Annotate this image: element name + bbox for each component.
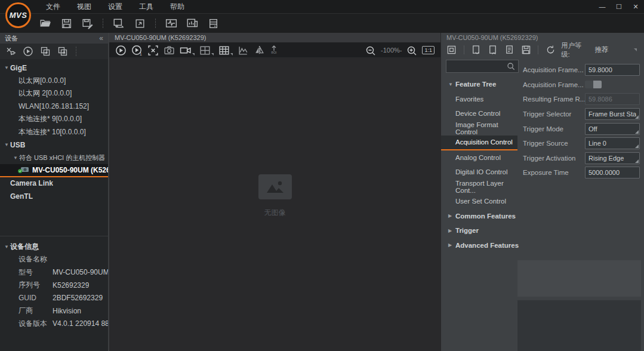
- start-acquisition-button[interactable]: [22, 45, 34, 57]
- tree-item-usb[interactable]: ▼ USB: [0, 138, 108, 152]
- property-label: Trigger Mode: [523, 125, 585, 133]
- user-level-select[interactable]: 推荐: [595, 45, 629, 54]
- export-config-button[interactable]: [487, 44, 499, 56]
- property-trigger-mode: Trigger Mode Off: [523, 121, 640, 136]
- waveform-tool-button[interactable]: [164, 16, 178, 30]
- tree-item-usb-host[interactable]: ▼ 符合 USB xHCI 的主机控制器: [0, 152, 108, 165]
- image-canvas[interactable]: 无图像: [109, 57, 440, 351]
- feature-item-digital-io-control[interactable]: Digital IO Control: [441, 165, 520, 180]
- menu-file[interactable]: 文件: [38, 0, 68, 14]
- roi-button[interactable]: ROI: [270, 44, 278, 56]
- grid-view-button[interactable]: [218, 44, 233, 56]
- tree-item-ethernet2[interactable]: 以太网 2[0.0.0.0]: [0, 87, 108, 100]
- zoom-in-button[interactable]: [406, 44, 417, 56]
- feature-search-input[interactable]: [446, 63, 504, 70]
- caret-right-icon: ▶: [448, 228, 455, 233]
- trigger-selector-select[interactable]: Frame Burst Star: [585, 108, 640, 120]
- device-panel-header: 设备 «: [0, 33, 108, 44]
- info-row-name: 设备名称: [0, 253, 108, 266]
- stop-all-acquisition-button[interactable]: [57, 45, 69, 57]
- mvs-window: MVS 文件 视图 设置 工具 帮助 — ☐ ✕: [0, 0, 644, 351]
- actual-size-button[interactable]: 1:1: [422, 46, 435, 54]
- menu-view[interactable]: 视图: [69, 0, 99, 14]
- feature-item-analog-control[interactable]: Analog Control: [441, 150, 520, 165]
- open-project-button[interactable]: [38, 16, 53, 30]
- trigger-mode-select[interactable]: Off: [585, 123, 640, 135]
- layout-report-button[interactable]: [185, 16, 199, 30]
- feature-tree-root[interactable]: ▼Feature Tree: [441, 77, 520, 92]
- menu-settings[interactable]: 设置: [100, 0, 130, 14]
- window-restore-icon: [134, 18, 146, 29]
- device-transfer-icon: [113, 17, 125, 29]
- main-area: 设备 « ▼ Gi: [0, 33, 644, 351]
- refresh-button[interactable]: [544, 44, 556, 56]
- split-view-button[interactable]: [199, 44, 214, 56]
- feature-panel: MV-CU050-90UM (K52692329): [440, 33, 644, 351]
- tree-item-wlan[interactable]: WLAN[10.26.181.152]: [0, 100, 108, 113]
- tree-label: GenTL: [10, 192, 33, 201]
- preview-tab-title[interactable]: MV-CU050-90UM (K52692329): [115, 34, 206, 41]
- select-corner-icon: [635, 144, 639, 148]
- search-icon: [507, 62, 515, 70]
- info-label: 设备名称: [19, 254, 53, 264]
- device-transfer-button[interactable]: [112, 16, 126, 30]
- save-config-button[interactable]: [520, 44, 532, 56]
- maximize-button[interactable]: ☐: [611, 0, 627, 13]
- info-row-version: 设备版本V4.0.1 220914 8875...: [0, 318, 108, 331]
- feature-group-trigger[interactable]: ▶Trigger: [441, 223, 520, 238]
- tree-item-gentl[interactable]: GenTL: [0, 190, 108, 203]
- zoom-out-button[interactable]: [365, 44, 376, 56]
- trigger-activation-select[interactable]: Rising Edge: [585, 152, 640, 164]
- save-as-button[interactable]: [80, 16, 94, 30]
- disconnect-device-button[interactable]: [5, 45, 17, 57]
- resulting-frame-rate-input: [585, 93, 640, 105]
- minimize-button[interactable]: —: [594, 0, 611, 13]
- collapse-panel-button[interactable]: «: [99, 34, 103, 42]
- feature-item-user-set-control[interactable]: User Set Control: [441, 194, 520, 209]
- menu-bar: 文件 视图 设置 工具 帮助: [38, 0, 192, 14]
- feature-group-advanced[interactable]: ▶Advanced Features: [441, 238, 520, 253]
- feature-label: Image Format Control: [455, 121, 520, 136]
- import-config-button[interactable]: [470, 44, 482, 56]
- frame-rate-enable-toggle[interactable]: [585, 81, 602, 88]
- trigger-source-select[interactable]: Line 0: [585, 137, 640, 149]
- firmware-tool-button[interactable]: [206, 16, 220, 30]
- tree-item-camera-selected[interactable]: MV-CU050-90UM (K5269...: [0, 164, 108, 177]
- float-window-button[interactable]: [446, 44, 458, 56]
- search-button[interactable]: [504, 60, 518, 72]
- save-button[interactable]: [59, 16, 73, 30]
- histogram-button[interactable]: [238, 44, 249, 56]
- device-info-header[interactable]: ▼ 设备信息: [0, 240, 108, 253]
- menu-tools[interactable]: 工具: [131, 0, 161, 14]
- start-preview-button[interactable]: [115, 44, 127, 56]
- open-folder-icon: [39, 17, 51, 29]
- info-row-serial: 序列号K52692329: [0, 279, 108, 292]
- tree-item-local10[interactable]: 本地连接* 10[0.0.0.0]: [0, 126, 108, 139]
- feature-item-favorites[interactable]: Favorites: [441, 92, 520, 107]
- window-restore-button[interactable]: [133, 16, 147, 30]
- fit-window-button[interactable]: [147, 44, 159, 56]
- feature-item-transport-layer[interactable]: Transport Layer Cont...: [441, 180, 520, 195]
- tree-item-ethernet[interactable]: 以太网[0.0.0.0]: [0, 75, 108, 88]
- info-value: V4.0.1 220914 8875...: [53, 319, 108, 328]
- close-button[interactable]: ✕: [627, 0, 644, 13]
- flip-image-button[interactable]: [254, 44, 265, 56]
- open-config-button[interactable]: [503, 44, 515, 56]
- feature-item-device-control[interactable]: Device Control: [441, 106, 520, 121]
- feature-item-image-format-control[interactable]: Image Format Control: [441, 121, 520, 136]
- svg-text:1: 1: [140, 51, 142, 56]
- menu-help[interactable]: 帮助: [162, 0, 192, 14]
- feature-item-acquisition-control[interactable]: Acquisition Control: [441, 136, 517, 150]
- tree-item-gige[interactable]: ▼ GigE: [0, 61, 108, 75]
- tree-item-local9[interactable]: 本地连接* 9[0.0.0.0]: [0, 113, 108, 126]
- feature-group-common[interactable]: ▶Common Features: [441, 209, 520, 224]
- tree-item-cameralink[interactable]: Camera Link: [0, 177, 108, 190]
- exposure-time-input[interactable]: [585, 167, 640, 178]
- acquisition-frame-rate-input[interactable]: [585, 64, 640, 76]
- start-all-acquisition-button[interactable]: [39, 45, 51, 57]
- record-button[interactable]: [180, 44, 195, 56]
- info-label: GUID: [19, 294, 53, 302]
- snapshot-button[interactable]: [164, 44, 175, 56]
- capture-once-button[interactable]: 1: [131, 44, 143, 56]
- zoom-out-icon: [365, 45, 376, 56]
